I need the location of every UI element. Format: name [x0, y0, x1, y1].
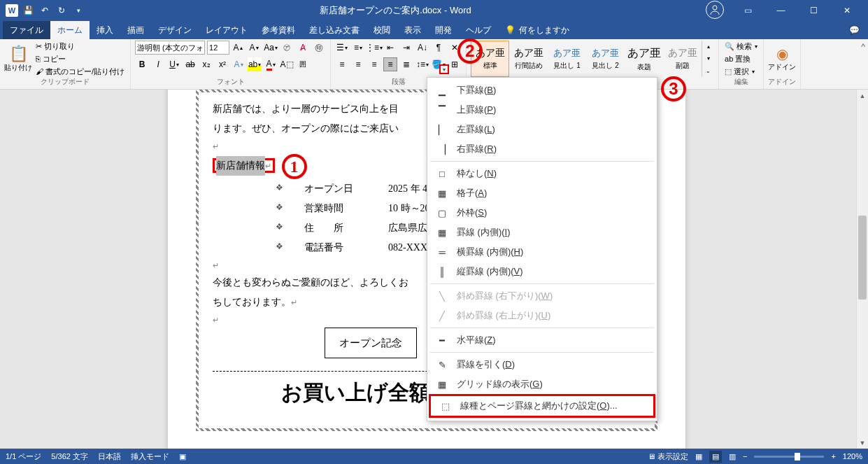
align-center-icon[interactable]: ≡	[351, 57, 365, 71]
italic-button[interactable]: I	[151, 57, 165, 71]
align-justify-icon[interactable]: ≡	[383, 57, 397, 71]
multilevel-list-icon[interactable]: ⋮≡▾	[367, 41, 381, 55]
display-settings-button[interactable]: 🖥 表示設定	[648, 451, 688, 462]
bold-button[interactable]: B	[135, 57, 149, 71]
tab-insert[interactable]: 挿入	[90, 21, 120, 39]
tab-home[interactable]: ホーム	[50, 21, 90, 39]
border-menu-item[interactable]: ▢外枠(S)	[427, 203, 657, 223]
increase-indent-icon[interactable]: ⇥	[399, 41, 413, 55]
font-size-select[interactable]	[207, 41, 229, 55]
web-layout-icon[interactable]: ▥	[729, 452, 736, 461]
border-menu-item[interactable]: ⬚線種とページ罫線と網かけの設定(O)...	[429, 394, 655, 418]
scroll-up-icon[interactable]: ▲	[857, 90, 868, 101]
cut-button[interactable]: ✂切り取り	[34, 41, 126, 52]
undo-icon[interactable]: ↶	[38, 3, 52, 17]
redo-icon[interactable]: ↻	[55, 3, 69, 17]
border-menu-item[interactable]: ▦格子(A)	[427, 183, 657, 203]
maximize-button[interactable]: ☐	[798, 1, 830, 20]
paste-button[interactable]: 📋 貼り付け	[4, 41, 32, 77]
align-left-icon[interactable]: ≡	[335, 57, 349, 71]
tab-file[interactable]: ファイル	[3, 21, 50, 39]
find-button[interactable]: 🔍検索▾	[723, 41, 759, 52]
tab-review[interactable]: 校閲	[367, 21, 397, 39]
border-menu-item[interactable]: ▁下罫線(B)	[427, 80, 657, 100]
style-subtitle[interactable]: あア亜副題	[663, 41, 702, 77]
enclose-char-icon[interactable]: ㊞	[312, 41, 326, 55]
border-menu-item[interactable]: ▏左罫線(L)	[427, 120, 657, 139]
zoom-in-icon[interactable]: +	[831, 452, 835, 461]
chevron-down-icon[interactable]: ▾	[702, 52, 714, 64]
chevron-up-icon[interactable]: ▴	[702, 41, 714, 52]
text-effects-icon[interactable]: A▾	[232, 57, 246, 71]
share-icon[interactable]: 💬	[841, 21, 868, 39]
line-spacing-icon[interactable]: ↕≡▾	[415, 57, 429, 71]
border-menu-item[interactable]: ║縦罫線 (内側)(V)	[427, 262, 657, 281]
increase-font-icon[interactable]: A▲	[232, 41, 246, 55]
style-heading2[interactable]: あア亜見出し 2	[586, 41, 625, 77]
copy-button[interactable]: ⎘コピー	[34, 53, 126, 64]
page-indicator[interactable]: 1/1 ページ	[6, 451, 41, 462]
collapse-ribbon-icon[interactable]: ^	[858, 39, 868, 89]
superscript-button[interactable]: x²	[215, 57, 229, 71]
macro-record-icon[interactable]: ▣	[179, 452, 186, 461]
change-case-icon[interactable]: Aa▾	[264, 41, 278, 55]
format-painter-button[interactable]: 🖌書式のコピー/貼り付け	[34, 66, 126, 77]
zoom-out-icon[interactable]: −	[743, 452, 747, 461]
decrease-font-icon[interactable]: A▼	[248, 41, 262, 55]
strikethrough-button[interactable]: ab	[183, 57, 197, 71]
numbering-icon[interactable]: ≡▾	[351, 41, 365, 55]
border-menu-item[interactable]: ✎罫線を引く(D)	[427, 355, 657, 374]
tab-view[interactable]: 表示	[397, 21, 428, 39]
char-border-icon[interactable]: 囲	[296, 57, 310, 71]
distribute-icon[interactable]: ≣	[399, 57, 413, 71]
selected-heading-text[interactable]: 新店舗情報	[216, 156, 265, 176]
tab-references[interactable]: 参考資料	[255, 21, 302, 39]
replace-button[interactable]: ab置換	[723, 53, 759, 64]
style-heading1[interactable]: あア亜見出し 1	[548, 41, 586, 77]
qat-dropdown-icon[interactable]: ▾	[71, 3, 85, 17]
underline-button[interactable]: U▾	[167, 57, 181, 71]
border-menu-item[interactable]: ═横罫線 (内側)(H)	[427, 242, 657, 262]
ribbon-display-options-icon[interactable]: ▭	[732, 1, 764, 20]
tab-help[interactable]: ヘルプ	[459, 21, 498, 39]
borders-dropdown-trigger[interactable]: ▾	[439, 64, 449, 74]
print-layout-icon[interactable]: ▤	[709, 451, 722, 463]
font-name-select[interactable]	[135, 41, 205, 55]
tab-developer[interactable]: 開発	[428, 21, 459, 39]
more-styles-icon[interactable]: ⌄	[702, 65, 714, 77]
sort-icon[interactable]: A↓	[415, 41, 429, 55]
tab-layout[interactable]: レイアウト	[199, 21, 255, 39]
decrease-indent-icon[interactable]: ⇤	[383, 41, 397, 55]
border-menu-item[interactable]: ▔上罫線(P)	[427, 100, 657, 120]
highlight-icon[interactable]: ab▾	[248, 57, 262, 71]
align-right-icon[interactable]: ≡	[367, 57, 381, 71]
minimize-button[interactable]: —	[765, 1, 797, 20]
tab-design[interactable]: デザイン	[151, 21, 199, 39]
save-icon[interactable]: 💾	[21, 3, 35, 17]
style-no-spacing[interactable]: あア亜行間詰め	[509, 41, 548, 77]
language-indicator[interactable]: 日本語	[98, 451, 121, 462]
clear-formatting-icon[interactable]: A̷	[296, 41, 310, 55]
tell-me-search[interactable]: 💡 何をしますか	[505, 21, 569, 39]
close-button[interactable]: ✕	[831, 1, 862, 20]
border-menu-item[interactable]: ▕右罫線(R)	[427, 139, 657, 159]
bullets-icon[interactable]: ☰▾	[335, 41, 349, 55]
show-marks-icon[interactable]: ¶	[432, 41, 446, 55]
vertical-scrollbar[interactable]: ▲ ▼	[856, 90, 868, 449]
account-icon[interactable]	[706, 1, 724, 19]
border-menu-item[interactable]: □枠なし(N)	[427, 164, 657, 183]
tab-mailings[interactable]: 差し込み文書	[302, 21, 367, 39]
subscript-button[interactable]: x₂	[199, 57, 213, 71]
addins-button[interactable]: ◉ アドイン	[768, 41, 796, 77]
border-menu-item[interactable]: ▦罫線 (内側)(I)	[427, 223, 657, 242]
style-title[interactable]: あア亜表題	[625, 41, 663, 77]
font-color-icon[interactable]: A▾	[264, 57, 278, 71]
border-menu-item[interactable]: ━水平線(Z)	[427, 330, 657, 350]
zoom-level[interactable]: 120%	[843, 452, 862, 461]
select-button[interactable]: ⬚選択▾	[723, 66, 759, 77]
tab-draw[interactable]: 描画	[120, 21, 151, 39]
style-gallery-more[interactable]: ▴ ▾ ⌄	[702, 41, 714, 77]
read-mode-icon[interactable]: ▦	[695, 452, 702, 461]
char-shading-icon[interactable]: A⬚	[280, 57, 294, 71]
phonetic-guide-icon[interactable]: ㋐	[280, 41, 294, 55]
